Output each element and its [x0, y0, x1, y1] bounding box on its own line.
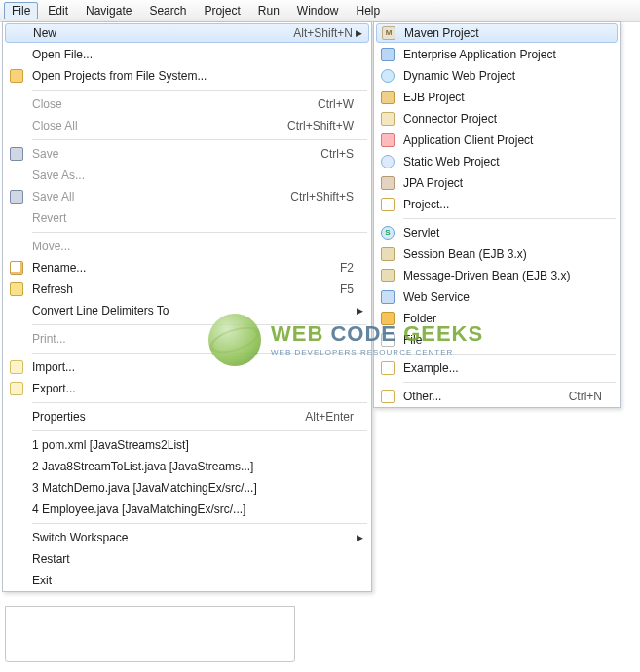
appcli-icon: [378, 132, 397, 148]
menu-item-label: Save: [32, 147, 301, 161]
example-icon: [378, 360, 397, 376]
menu-item-label: Open File...: [32, 48, 354, 61]
new-menu-item-web-service[interactable]: Web Service: [374, 286, 620, 308]
file-menu-item-new[interactable]: NewAlt+Shift+N▶: [5, 23, 369, 43]
jpa-icon: [378, 175, 397, 191]
file-menu-item-convert-line-delimiters-to[interactable]: Convert Line Delimiters To▶: [3, 300, 371, 321]
dyn-icon: [378, 68, 397, 84]
menubar-item-window[interactable]: Window: [289, 2, 347, 19]
menu-item-label: New: [33, 26, 274, 40]
file-menu-item-properties[interactable]: PropertiesAlt+Enter: [3, 406, 371, 428]
blank-icon: [7, 437, 26, 453]
blank-icon: [7, 96, 26, 112]
new-menu-item-message-driven-bean-ejb-3-x[interactable]: Message-Driven Bean (EJB 3.x): [374, 265, 620, 286]
new-menu-item-example[interactable]: Example...: [374, 357, 620, 379]
file-menu-item-3-matchdemo-java-javamatchingex-src[interactable]: 3 MatchDemo.java [JavaMatchingEx/src/...…: [3, 477, 371, 499]
file-menu-item-revert[interactable]: Revert: [3, 207, 371, 229]
menu-item-label: Session Bean (EJB 3.x): [403, 247, 602, 261]
new-menu-item-application-client-project[interactable]: Application Client Project: [374, 130, 620, 151]
file-menu-item-restart[interactable]: Restart: [3, 548, 371, 570]
menu-item-label: Refresh: [32, 282, 320, 296]
menu-item-accelerator: Ctrl+W: [318, 97, 354, 111]
file-menu-item-4-employee-java-javamatchingex-src[interactable]: 4 Employee.java [JavaMatchingEx/src/...]: [3, 499, 371, 520]
file-menu-item-rename[interactable]: Rename...F2: [3, 257, 371, 279]
save-icon: [7, 146, 26, 162]
blank-icon: [7, 530, 26, 545]
file-menu-item-save-all[interactable]: Save AllCtrl+Shift+S: [3, 186, 371, 207]
refresh-icon: [7, 281, 26, 297]
new-menu-item-jpa-project[interactable]: JPA Project: [374, 172, 620, 194]
file-menu-item-exit[interactable]: Exit: [3, 570, 371, 591]
menu-item-label: 2 Java8StreamToList.java [JavaStreams...…: [32, 460, 354, 473]
new-menu-item-other[interactable]: Other...Ctrl+N: [374, 386, 620, 407]
file-menu-item-export[interactable]: Export...: [3, 378, 371, 399]
menu-item-label: Application Client Project: [403, 133, 602, 147]
new-menu-item-folder[interactable]: Folder: [374, 308, 620, 329]
menubar-item-run[interactable]: Run: [250, 2, 287, 19]
menu-item-accelerator: F5: [340, 282, 354, 296]
file-menu-item-open-file[interactable]: Open File...: [3, 44, 371, 65]
servlet-icon: S: [378, 225, 397, 241]
new-menu-item-maven-project[interactable]: MMaven Project: [376, 23, 618, 43]
file-menu-item-import[interactable]: Import...: [3, 356, 371, 378]
menu-item-label: EJB Project: [403, 91, 602, 104]
menu-item-label: Example...: [403, 361, 602, 375]
file-menu-item-open-projects-from-file-system[interactable]: Open Projects from File System...: [3, 65, 371, 87]
menu-item-label: Connector Project: [403, 112, 602, 126]
blank-icon: [7, 551, 26, 567]
file-menu-item-1-pom-xml-javastreams2list[interactable]: 1 pom.xml [JavaStreams2List]: [3, 434, 371, 456]
rename-icon: [7, 260, 26, 276]
menu-item-label: JPA Project: [403, 176, 602, 190]
new-menu-item-ejb-project[interactable]: EJB Project: [374, 87, 620, 108]
menu-item-accelerator: Alt+Enter: [305, 410, 354, 424]
menubar-item-edit[interactable]: Edit: [40, 2, 76, 19]
menu-separator: [32, 90, 367, 91]
file-menu-item-print[interactable]: Print...: [3, 328, 371, 350]
menu-item-label: Servlet: [403, 226, 602, 240]
mvn-icon: M: [379, 25, 398, 41]
blank-icon: [7, 168, 26, 183]
folder-icon: [378, 311, 397, 326]
new-menu-item-enterprise-application-project[interactable]: Enterprise Application Project: [374, 44, 620, 65]
blank-icon: [7, 118, 26, 133]
new-menu-item-file[interactable]: File: [374, 329, 620, 351]
menu-separator: [32, 232, 367, 233]
menu-item-label: Rename...: [32, 261, 320, 275]
menu-item-label: Close: [32, 97, 298, 111]
menubar-item-file[interactable]: File: [4, 2, 38, 19]
menubar-item-project[interactable]: Project: [196, 2, 247, 19]
menu-item-label: Web Service: [403, 290, 602, 304]
file-menu-item-close[interactable]: CloseCtrl+W: [3, 93, 371, 115]
new-menu-item-static-web-project[interactable]: Static Web Project: [374, 151, 620, 172]
menu-item-label: Enterprise Application Project: [403, 48, 602, 61]
export-icon: [7, 381, 26, 396]
menu-item-label: Import...: [32, 360, 354, 374]
file-menu-item-close-all[interactable]: Close AllCtrl+Shift+W: [3, 115, 371, 136]
blank-icon: [7, 459, 26, 474]
new-menu-item-dynamic-web-project[interactable]: Dynamic Web Project: [374, 65, 620, 87]
new-menu-item-connector-project[interactable]: Connector Project: [374, 108, 620, 130]
menubar-item-search[interactable]: Search: [141, 2, 194, 19]
new-menu-item-session-bean-ejb-3-x[interactable]: Session Bean (EJB 3.x): [374, 243, 620, 265]
file-menu-item-2-java8streamtolist-java-javastreams[interactable]: 2 Java8StreamToList.java [JavaStreams...…: [3, 456, 371, 477]
menubar-item-navigate[interactable]: Navigate: [78, 2, 139, 19]
file-menu-item-save-as[interactable]: Save As...: [3, 165, 371, 186]
new-menu-item-servlet[interactable]: SServlet: [374, 222, 620, 243]
other-icon: [378, 389, 397, 404]
blank-icon: [7, 409, 26, 425]
blank-icon: [7, 480, 26, 496]
file-menu-item-save[interactable]: SaveCtrl+S: [3, 143, 371, 165]
new-menu-item-project[interactable]: Project...: [374, 194, 620, 215]
menu-item-label: Static Web Project: [403, 155, 602, 168]
menu-item-label: Maven Project: [404, 26, 601, 40]
menu-item-label: Other...: [403, 390, 549, 403]
menu-item-label: Dynamic Web Project: [403, 69, 602, 83]
menu-item-accelerator: Ctrl+Shift+S: [290, 190, 354, 204]
menu-item-label: Properties: [32, 410, 285, 424]
menu-item-label: Exit: [32, 574, 354, 587]
file-menu-item-move[interactable]: Move...: [3, 236, 371, 257]
blank-icon: [7, 303, 26, 318]
menubar-item-help[interactable]: Help: [349, 2, 389, 19]
file-menu-item-switch-workspace[interactable]: Switch Workspace▶: [3, 527, 371, 548]
file-menu-item-refresh[interactable]: RefreshF5: [3, 279, 371, 300]
